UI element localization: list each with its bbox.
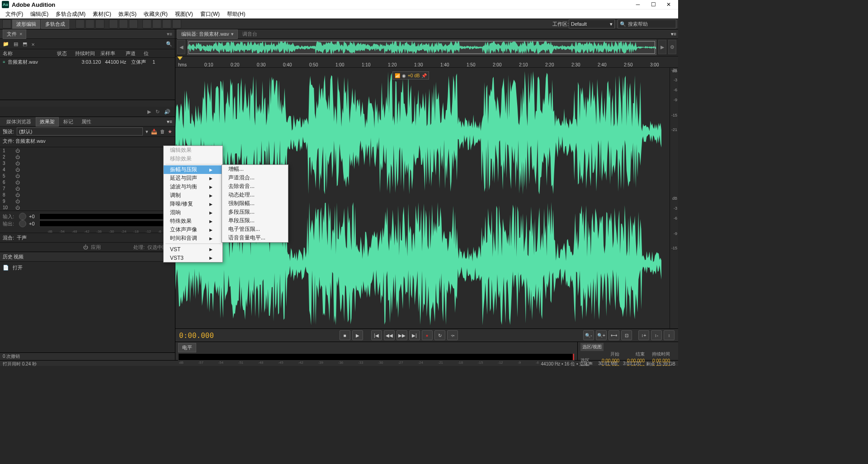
skip-selection-button[interactable]: ⤼ [447, 330, 458, 340]
menu-item[interactable]: 立体声声像▶ [164, 225, 222, 234]
zoom-full-icon[interactable]: ⟷ [609, 330, 619, 340]
menu-file[interactable]: 文件(F) [2, 10, 27, 18]
submenu-item[interactable]: 电子管压限... [222, 225, 288, 234]
zoom-out-v-icon[interactable]: ↕- [651, 330, 662, 340]
toolbar-button[interactable] [2, 19, 11, 28]
next-edit-icon[interactable]: ▶ [658, 40, 666, 54]
effect-slot[interactable]: 2⏻▶ [0, 154, 175, 160]
sel-length[interactable]: 0:00.000 [647, 358, 670, 363]
gain-hud[interactable]: 📶 ◉ +0 dB 📌 [392, 71, 429, 80]
play-button[interactable]: ▶ [352, 330, 363, 340]
playhead-marker-icon[interactable] [177, 56, 183, 60]
submenu-item[interactable]: 语音音量电平... [222, 234, 288, 242]
col-duration[interactable]: 持续时间 [75, 50, 100, 57]
power-icon[interactable]: ⏻ [15, 192, 20, 197]
effect-slot[interactable]: 5⏻▶ [0, 173, 175, 179]
power-icon[interactable]: ⏻ [15, 173, 20, 178]
effect-slot[interactable]: 3⏻▶ [0, 160, 175, 166]
effect-slot[interactable]: 9⏻▶ [0, 198, 175, 204]
effects-rack-tab[interactable]: 效果架 [36, 117, 59, 127]
loop-icon[interactable]: ↻ [156, 109, 160, 115]
play-icon[interactable]: ▶ [147, 109, 151, 115]
menu-item[interactable]: VST3▶ [164, 253, 222, 262]
power-icon[interactable]: ⏻ [15, 155, 20, 159]
toolbar-button[interactable] [95, 19, 104, 28]
markers-tab[interactable]: 标记 [60, 117, 77, 126]
menu-favorites[interactable]: 收藏夹(R) [140, 10, 171, 18]
toolbar-button[interactable] [142, 19, 151, 28]
power-icon[interactable]: ⏻ [15, 199, 20, 204]
pin-icon[interactable]: 📌 [421, 73, 427, 78]
col-bitdepth[interactable]: 位 [144, 50, 149, 57]
autoplay-icon[interactable]: 🔊 [164, 109, 170, 115]
menu-item[interactable]: 降噪/修复▶ [164, 200, 222, 208]
power-icon[interactable]: ⏻ [15, 180, 20, 185]
effect-slot[interactable]: 10⏻▶ [0, 204, 175, 211]
history-item[interactable]: 📄 打开 [3, 263, 172, 272]
submenu-item[interactable]: 增幅... [222, 165, 288, 173]
rewind-button[interactable]: ◀◀ [384, 330, 395, 340]
record-button[interactable]: ● [422, 330, 433, 340]
video-tab[interactable]: 视频 [14, 253, 24, 260]
apply-button[interactable]: 应用 [91, 244, 101, 251]
effect-slot[interactable]: 7⏻▶ [0, 185, 175, 192]
output-gain-knob[interactable] [19, 220, 26, 227]
power-icon[interactable]: ⏻ [15, 167, 20, 172]
submenu-item[interactable]: 单段压限... [222, 216, 288, 225]
col-status[interactable]: 状态 [57, 50, 75, 57]
prev-edit-icon[interactable]: ◀ [177, 40, 185, 54]
effect-slot[interactable]: 4⏻▶ [0, 166, 175, 173]
stop-button[interactable]: ■ [340, 330, 350, 340]
effect-slot[interactable]: 1⏻▶ [0, 147, 175, 154]
menu-item[interactable]: 调制▶ [164, 191, 222, 200]
time-display[interactable]: 0:00.000 [179, 331, 214, 340]
zoom-in-v-icon[interactable]: ↕+ [638, 330, 649, 340]
menu-edit[interactable]: 编辑(E) [27, 10, 52, 18]
zoom-sel-icon[interactable]: ⊡ [621, 330, 632, 340]
col-channels[interactable]: 声道 [126, 50, 144, 57]
loop-button[interactable]: ↻ [434, 330, 445, 340]
menu-item[interactable]: 振幅与压限▶ [164, 165, 222, 174]
toolbar-button[interactable] [109, 19, 118, 28]
menu-item[interactable]: 延迟与回声▶ [164, 174, 222, 183]
menu-item[interactable]: VST▶ [164, 245, 222, 253]
import-icon[interactable]: ⬒ [23, 41, 27, 47]
menu-help[interactable]: 帮助(H) [223, 10, 249, 18]
close-button[interactable]: ✕ [661, 0, 676, 9]
file-row[interactable]: ≡ 音频素材.wav 3:03.120 44100 Hz 立体声 1 [0, 58, 175, 66]
multitrack-tab[interactable]: 多轨合成 [41, 19, 69, 29]
workspace-select[interactable]: Default▾ [569, 19, 615, 28]
panel-menu-icon[interactable]: ▾≡ [167, 119, 172, 124]
toolbar-button[interactable] [75, 19, 85, 28]
close-file-icon[interactable]: ⨉ [32, 41, 34, 47]
menu-view[interactable]: 视图(V) [171, 10, 197, 18]
col-name[interactable]: 名称 [3, 50, 57, 57]
delete-preset-icon[interactable]: 🗑 [160, 129, 165, 134]
power-icon[interactable]: ⏻ [15, 186, 20, 191]
maximize-button[interactable]: ☐ [646, 0, 661, 9]
go-start-button[interactable]: |◀ [371, 330, 382, 340]
menu-item[interactable]: 滤波与均衡▶ [164, 183, 222, 191]
history-tab[interactable]: 历史 [3, 253, 13, 260]
mixer-tab[interactable]: 调音台 [239, 30, 261, 38]
minimize-button[interactable]: ─ [630, 0, 646, 9]
power-icon[interactable]: ⏻ [15, 148, 20, 153]
overview-waveform[interactable] [187, 40, 656, 55]
go-end-button[interactable]: ▶| [409, 330, 420, 340]
open-file-icon[interactable]: 📁 [3, 41, 9, 47]
overview-options-icon[interactable]: ⚙ [668, 40, 676, 54]
view-length[interactable]: 3:03.120 [647, 365, 670, 366]
forward-button[interactable]: ▶▶ [396, 330, 407, 340]
toolbar-button[interactable] [152, 19, 161, 28]
gain-knob-icon[interactable]: ◉ [402, 73, 406, 78]
toolbar-button[interactable] [162, 19, 171, 28]
submenu-item[interactable]: 多段压限... [222, 208, 288, 216]
col-samplerate[interactable]: 采样率 [100, 50, 126, 57]
new-file-icon[interactable]: ▤ [14, 41, 18, 47]
menu-window[interactable]: 窗口(W) [197, 10, 223, 18]
media-browser-tab[interactable]: 媒体浏览器 [3, 117, 35, 126]
editor-file-tab[interactable]: 编辑器: 音频素材.wav▾ [177, 29, 238, 39]
menu-item[interactable]: 时间和音调▶ [164, 234, 222, 243]
search-icon[interactable]: 🔍 [166, 41, 172, 47]
effect-slot[interactable]: 6⏻▶ [0, 179, 175, 185]
